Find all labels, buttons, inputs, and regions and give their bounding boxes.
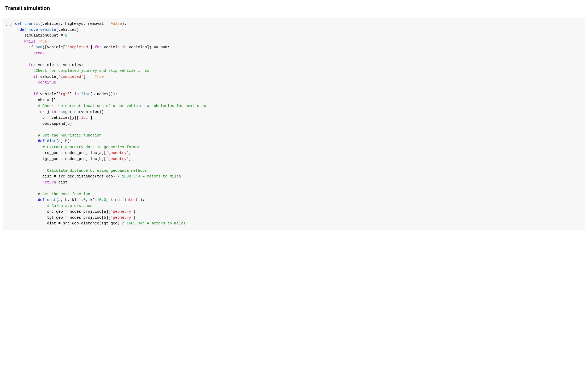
code-token: False: [111, 22, 122, 26]
code-token: ):: [122, 22, 126, 26]
code-token: ]: [129, 157, 131, 161]
code-token: in: [74, 92, 81, 96]
code-token: vehicle[: [40, 92, 58, 96]
code-token: in: [51, 110, 58, 114]
code-token: j: [47, 110, 51, 114]
code-token: if: [33, 75, 40, 79]
code-token: continue: [38, 80, 56, 85]
code-token: [15, 198, 38, 202]
code-token: # Set the cost function: [38, 192, 90, 196]
code-token: (a, b, k1=: [56, 198, 79, 202]
code-token: [145, 221, 147, 225]
code-token: # meters to miles: [147, 221, 186, 225]
code-token: #Check for completed journey and skip ve…: [33, 69, 149, 73]
code-token: 'completed': [58, 75, 83, 79]
code-token: break: [33, 51, 45, 55]
code-token: [15, 28, 20, 32]
code-token: # Calculate distance by using geopanda m…: [43, 169, 147, 173]
code-token: [15, 204, 47, 208]
code-container[interactable]: def transit(vehicles, highways, removal …: [15, 21, 583, 227]
code-token: for: [29, 63, 38, 67]
code-token: tgt_geo = nodes_proj.loc[b][: [15, 216, 110, 220]
code-token: while: [24, 39, 38, 44]
code-token: dist: [58, 180, 67, 184]
code-token: 'geometry': [106, 151, 129, 155]
section-heading: Transit simulation: [3, 5, 585, 11]
code-token: if: [29, 45, 36, 49]
code-token: ):: [140, 198, 145, 202]
code-token: 10.0: [97, 198, 106, 202]
code-token: (vehicles, highways, removal =: [40, 22, 111, 26]
code-token: in: [122, 45, 129, 49]
code-token: list: [81, 92, 90, 96]
code-token: move_vehicle: [29, 28, 56, 32]
code-token: len: [72, 110, 79, 114]
code-token: [15, 51, 33, 55]
code-token: 1609.344: [126, 221, 145, 225]
code-token: [15, 45, 29, 49]
code-token: transit: [24, 22, 40, 26]
code-token: obs = []: [15, 98, 56, 102]
code-token: 'geometry': [111, 210, 133, 214]
code-token: for: [95, 45, 104, 49]
code-token: [15, 92, 33, 96]
code-token: 'tgt': [58, 92, 70, 96]
code-token: :: [47, 39, 49, 44]
code-token: vehicles]) == num:: [129, 45, 170, 49]
code-token: # Extract geometry data in geoseries for…: [43, 145, 140, 149]
code-token: vehicle[: [40, 75, 58, 79]
code-token: 0: [65, 33, 68, 38]
code-token: obs.append(o): [15, 122, 72, 126]
code-token: sum: [36, 45, 42, 49]
code-token: ]: [90, 116, 92, 120]
code-token: def: [38, 198, 47, 202]
code-token: (: [70, 110, 72, 114]
code-token: ]: [90, 45, 95, 49]
code-token: [15, 180, 42, 184]
code-token: (vehicles)):: [79, 110, 106, 114]
code-cell[interactable]: [ ] def transit(vehicles, highways, remo…: [3, 18, 585, 230]
code-token: [15, 139, 38, 143]
code-token: [15, 75, 33, 79]
code-token: vehicles:: [63, 63, 83, 67]
code-token: return: [43, 180, 58, 184]
code-token: ]: [133, 216, 136, 220]
code-token: [15, 192, 38, 196]
code-token: # Check the current locations of other v…: [38, 104, 206, 108]
code-token: vehicle: [38, 63, 56, 67]
code-token: ]: [70, 92, 74, 96]
code-token: (G.nodes()):: [90, 92, 117, 96]
code-token: ]: [133, 210, 136, 214]
code-token: [15, 145, 42, 149]
code-token: ([vehicle[: [43, 45, 65, 49]
code-token: ] ==: [83, 75, 95, 79]
code-token: src_geo = nodes_proj.loc[a][: [15, 151, 106, 155]
code-token: (vehicles):: [56, 28, 81, 32]
code-token: [15, 104, 38, 108]
code-token: in: [56, 63, 63, 67]
code-token: [15, 110, 38, 114]
code-token: range: [58, 110, 70, 114]
code-token: 'completed': [65, 45, 90, 49]
code-token: tgt_geo = nodes_proj.loc[b][: [15, 157, 106, 161]
code-token: (a, b):: [56, 139, 72, 143]
code-token: [15, 69, 33, 73]
code-token: dist = src_geo.distance(tgt_geo) /: [15, 174, 122, 178]
code-token: 'geometry': [111, 216, 133, 220]
code-token: cost: [47, 198, 56, 202]
cell-execution-gutter[interactable]: [ ]: [5, 21, 15, 227]
code-token: o = vehicles[j][: [15, 116, 79, 120]
code-token: dist: [47, 139, 56, 143]
code-token: True: [38, 39, 47, 44]
code-token: simulationCount =: [15, 33, 65, 38]
code-token: def: [15, 22, 24, 26]
code-token: True: [95, 75, 104, 79]
code-token: # Set the heuristic function: [38, 133, 102, 138]
code-token: [15, 169, 42, 173]
code-editor[interactable]: def transit(vehicles, highways, removal …: [15, 21, 583, 227]
code-token: [15, 133, 38, 138]
code-token: if: [33, 92, 40, 96]
code-token: , k2=: [86, 198, 97, 202]
code-token: 1.0: [79, 198, 86, 202]
code-token: dist = src_geo.distance(tgt_geo) /: [15, 221, 126, 225]
